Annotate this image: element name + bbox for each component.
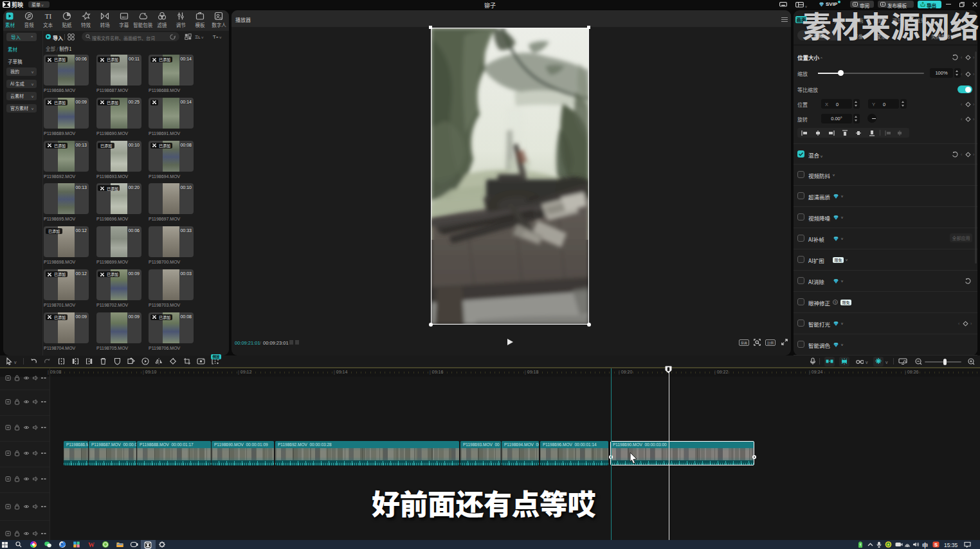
svg-text:TI: TI bbox=[44, 12, 51, 20]
svg-text:S: S bbox=[934, 542, 938, 548]
svg-text:W: W bbox=[88, 541, 95, 548]
